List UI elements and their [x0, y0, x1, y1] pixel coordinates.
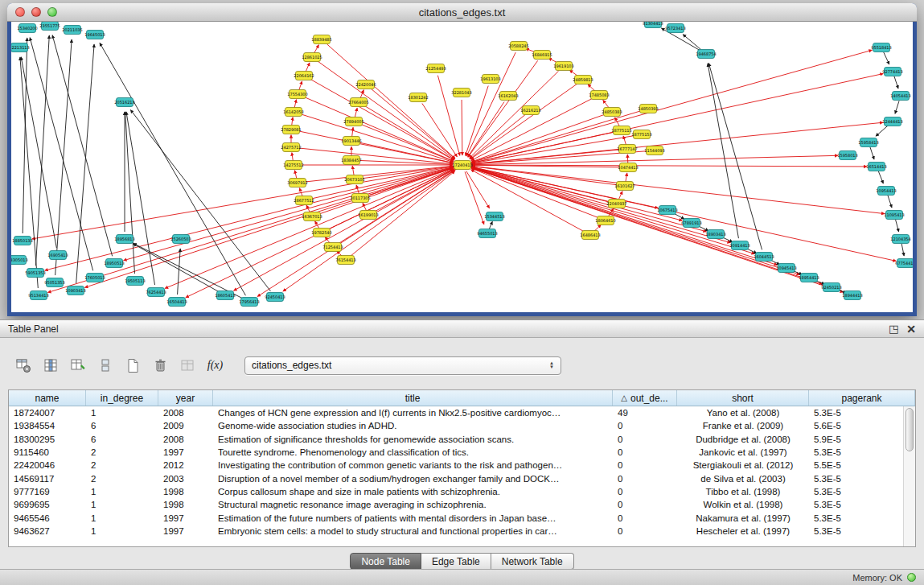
graph-node[interactable]: 20673105 — [344, 175, 364, 184]
graph-node[interactable]: 18301242 — [408, 93, 428, 102]
graph-node[interactable]: 76254413 — [146, 288, 166, 297]
graph-node[interactable]: 10954413 — [876, 187, 896, 196]
graph-node[interactable]: 24850383 — [602, 108, 622, 117]
graph-node[interactable]: 12861025 — [302, 53, 322, 62]
graph-edge-red[interactable] — [471, 168, 598, 217]
graph-node[interactable]: 24275712 — [281, 143, 301, 152]
graph-node[interactable]: 16044513 — [754, 253, 774, 262]
graph-node[interactable]: 19782540 — [311, 229, 331, 237]
graph-edge-red[interactable] — [365, 106, 454, 160]
graph-node[interactable]: 19013446 — [341, 137, 361, 146]
vertical-scrollbar[interactable] — [903, 406, 915, 546]
graph-node[interactable]: 22420046 — [355, 80, 376, 89]
tab-network-table[interactable]: Network Table — [491, 553, 574, 570]
graph-edge-red[interactable] — [84, 167, 455, 288]
graph-node[interactable]: 15958413 — [858, 138, 878, 147]
tab-node-table[interactable]: Node Table — [350, 553, 421, 570]
window-titlebar[interactable]: citations_edges.txt — [7, 3, 917, 22]
graph-node[interactable]: 18903413 — [705, 230, 725, 239]
float-panel-icon[interactable]: ◳ — [889, 324, 898, 334]
table-row[interactable]: 969969511998Structural magnetic resonanc… — [9, 498, 915, 511]
column-header-pagerank[interactable]: pagerank — [809, 390, 915, 406]
graph-edge-red[interactable] — [470, 167, 896, 261]
network-graph[interactable]: 1724041318839485128610252206416217554300… — [11, 22, 913, 312]
graph-edge-red[interactable] — [466, 52, 515, 156]
graph-edge-black[interactable] — [884, 52, 889, 64]
graph-node[interactable]: 10474413 — [618, 163, 638, 172]
graph-edge-red[interactable] — [352, 166, 354, 175]
column-header-year[interactable]: year — [158, 390, 213, 406]
graph-edge-black[interactable] — [878, 171, 883, 183]
graph-node[interactable]: 14054413 — [890, 92, 910, 101]
minimize-window-icon[interactable] — [31, 7, 41, 17]
graph-edge-red[interactable] — [283, 169, 457, 291]
scrollbar-thumb[interactable] — [906, 408, 914, 451]
graph-edge-black[interactable] — [76, 44, 94, 283]
graph-edge-black[interactable] — [894, 76, 898, 89]
graph-edge-red[interactable] — [626, 173, 627, 183]
graph-edge-black[interactable] — [896, 220, 899, 232]
graph-edge-black[interactable] — [876, 126, 888, 136]
graph-node[interactable]: 18064610 — [595, 216, 615, 225]
graph-node[interactable]: 15340200 — [17, 24, 37, 33]
graph-node[interactable]: 17554300 — [287, 90, 307, 99]
graph-edge-red[interactable] — [318, 61, 454, 159]
network-canvas[interactable]: 1724041318839485128610252206416217554300… — [11, 22, 913, 312]
graph-edge-black[interactable] — [895, 101, 899, 113]
table-row[interactable]: 1456911722003Disruption of a novel membe… — [9, 472, 915, 484]
graph-node[interactable]: 17605013 — [84, 274, 105, 282]
graph-node[interactable]: 16199013 — [358, 211, 378, 220]
graph-node[interactable]: 14850393 — [638, 105, 658, 113]
graph-node[interactable]: 30914413 — [729, 241, 749, 250]
graph-node[interactable]: 20516213 — [114, 98, 134, 107]
graph-node[interactable]: 92450413 — [265, 293, 285, 302]
graph-node[interactable]: 92450213 — [821, 283, 841, 292]
table-row[interactable]: 977716911998Corpus callosum shape and si… — [9, 485, 915, 498]
graph-node[interactable]: 16162043 — [498, 92, 518, 101]
graph-node[interactable]: 15958013 — [837, 151, 857, 160]
graph-edge-red[interactable] — [47, 167, 455, 293]
graph-node[interactable]: 16101627 — [614, 182, 634, 191]
graph-edge-red[interactable] — [292, 117, 294, 126]
graph-edge-red[interactable] — [257, 169, 456, 297]
graph-edge-red[interactable] — [314, 45, 318, 54]
graph-node[interactable]: 95723413 — [665, 24, 685, 33]
column-header-title[interactable]: title — [213, 390, 613, 406]
graph-node[interactable]: 95518413 — [871, 43, 891, 52]
graph-node[interactable]: 28677512 — [294, 196, 314, 205]
table-options-button[interactable] — [13, 355, 35, 376]
graph-edge-black[interactable] — [52, 35, 113, 257]
graph-node[interactable]: 18950513 — [104, 259, 124, 268]
show-columns-button[interactable] — [40, 355, 62, 376]
graph-edge-red[interactable] — [618, 192, 622, 200]
graph-edge-red[interactable] — [292, 153, 294, 162]
graph-node[interactable]: 11095413 — [884, 211, 904, 220]
graph-node[interactable]: 14275512 — [283, 161, 303, 170]
graph-node[interactable]: 81304413 — [643, 22, 663, 28]
graph-node[interactable]: 95134413 — [28, 291, 48, 300]
graph-edge-red[interactable] — [462, 100, 462, 155]
graph-node[interactable]: 32281043 — [451, 89, 471, 97]
graph-node[interactable]: 67891913 — [681, 219, 701, 228]
zoom-window-icon[interactable] — [47, 7, 57, 17]
graph-node[interactable]: 16777147 — [617, 145, 637, 154]
graph-node[interactable]: 16905413 — [47, 251, 68, 260]
graph-edge-red[interactable] — [306, 63, 310, 72]
graph-node[interactable]: 16514413 — [866, 163, 886, 171]
column-header-short[interactable]: short — [677, 390, 809, 406]
graph-node[interactable]: 21254493 — [425, 64, 446, 73]
graph-edge-red[interactable] — [304, 97, 454, 162]
graph-edge-red[interactable] — [298, 148, 453, 164]
graph-node[interactable]: 22064162 — [294, 72, 314, 80]
graph-edge-red[interactable] — [627, 154, 628, 164]
graph-node[interactable]: 59051353 — [25, 269, 45, 278]
graph-edge-red[interactable] — [294, 100, 297, 109]
graph-node[interactable]: 16216213 — [520, 106, 540, 115]
graph-node[interactable]: 16367013 — [302, 212, 322, 221]
graph-node[interactable]: 24859813 — [573, 76, 593, 84]
graph-edge-black[interactable] — [870, 147, 874, 159]
graph-edge-black[interactable] — [178, 249, 181, 295]
graph-edge-red[interactable] — [234, 168, 457, 290]
graph-edge-red[interactable] — [295, 171, 298, 179]
graph-node[interactable]: 18605413 — [215, 291, 235, 300]
